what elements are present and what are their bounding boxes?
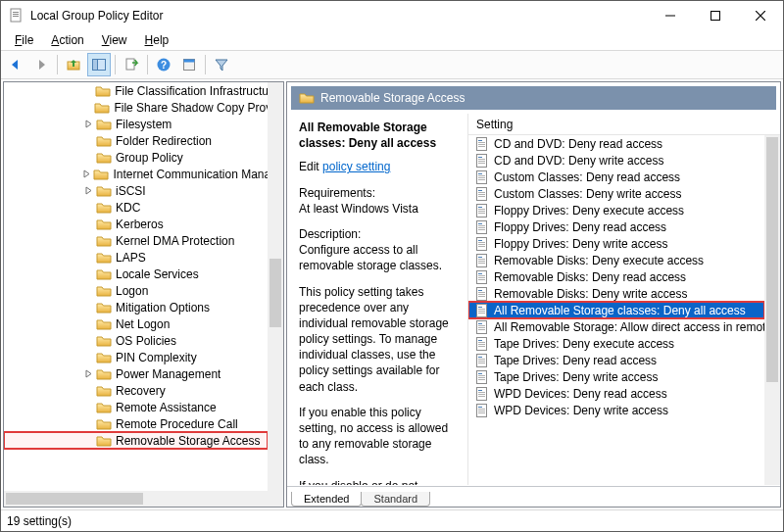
settings-list[interactable]: CD and DVD: Deny read accessCD and DVD: … [468, 135, 764, 485]
policy-list-item[interactable]: Tape Drives: Deny execute access [468, 335, 764, 352]
forward-button[interactable] [29, 53, 53, 76]
properties-button[interactable] [177, 53, 201, 76]
tree-item[interactable]: iSCSI [4, 182, 268, 199]
tab-extended[interactable]: Extended [291, 492, 362, 507]
tree-vscrollbar[interactable] [268, 82, 283, 491]
tree-item[interactable]: Logon [4, 282, 268, 299]
policy-label: Removable Disks: Deny write access [494, 287, 687, 301]
tree-item[interactable]: Removable Storage Access [4, 432, 268, 449]
policy-list-item[interactable]: Custom Classes: Deny write access [468, 185, 764, 202]
tree-item[interactable]: Filesystem [4, 116, 268, 132]
policy-list-item[interactable]: WPD Devices: Deny write access [468, 402, 764, 418]
tree-item[interactable]: Locale Services [4, 266, 268, 282]
policy-list-item[interactable]: Removable Disks: Deny read access [468, 268, 764, 285]
policy-list-item[interactable]: Floppy Drives: Deny write access [468, 235, 764, 252]
policy-label: CD and DVD: Deny read access [494, 137, 662, 151]
tree-item[interactable]: Recovery [4, 382, 268, 399]
tree-item[interactable]: Power Management [4, 365, 268, 382]
svg-rect-72 [478, 329, 485, 330]
svg-rect-96 [478, 411, 485, 411]
list-column-header[interactable]: Setting [468, 114, 780, 135]
menu-file[interactable]: File [7, 32, 41, 48]
policy-list-item[interactable]: Custom Classes: Deny read access [468, 169, 764, 185]
tree-item[interactable]: Internet Communication Management [4, 166, 268, 182]
tree-item[interactable]: Mitigation Options [4, 299, 268, 315]
tree-body[interactable]: File Classification InfrastructureFile S… [4, 82, 268, 491]
policy-icon [474, 286, 494, 302]
show-hide-tree-button[interactable] [87, 53, 111, 76]
tree-item-label: Removable Storage Access [116, 434, 260, 448]
policy-label: Floppy Drives: Deny read access [494, 220, 666, 234]
tree-item[interactable]: KDC [4, 199, 268, 216]
policy-label: CD and DVD: Deny write access [494, 154, 663, 168]
tree-item-label: Logon [116, 284, 148, 298]
tree-item[interactable]: File Share Shadow Copy Provider [4, 99, 268, 116]
up-button[interactable] [62, 53, 85, 76]
tree-item[interactable]: Remote Procedure Call [4, 415, 268, 432]
expand-twisty-icon[interactable] [82, 169, 91, 178]
export-button[interactable] [120, 53, 143, 76]
funnel-icon [214, 57, 229, 73]
policy-label: Floppy Drives: Deny execute access [494, 204, 684, 218]
minimize-button[interactable] [648, 1, 693, 30]
folder-icon [96, 433, 116, 449]
policy-list-item[interactable]: All Removable Storage: Allow direct acce… [468, 318, 764, 335]
close-button[interactable] [738, 1, 783, 30]
toolbar-sep [205, 55, 206, 74]
tree-item[interactable]: Folder Redirection [4, 132, 268, 149]
tree-item[interactable]: Remote Assistance [4, 399, 268, 415]
back-button[interactable] [4, 53, 27, 76]
expand-twisty-icon[interactable] [82, 369, 94, 378]
tree-item[interactable]: Kerberos [4, 216, 268, 232]
tree-item-label: Remote Assistance [116, 401, 217, 414]
policy-list-item[interactable]: Floppy Drives: Deny read access [468, 218, 764, 235]
folder-icon [96, 150, 116, 166]
svg-rect-55 [478, 275, 485, 276]
scroll-thumb[interactable] [270, 259, 281, 327]
svg-rect-62 [478, 296, 485, 297]
policy-list-item[interactable]: Removable Disks: Deny write access [468, 285, 764, 302]
svg-rect-57 [478, 279, 485, 280]
folder-icon [96, 316, 116, 332]
policy-list-item[interactable]: Floppy Drives: Deny execute access [468, 202, 764, 218]
tree-item-label: File Share Shadow Copy Provider [114, 101, 268, 115]
toolbar-sep [57, 55, 58, 74]
policy-list-item[interactable]: Tape Drives: Deny write access [468, 368, 764, 385]
tree-item[interactable]: Net Logon [4, 315, 268, 332]
scroll-thumb[interactable] [6, 493, 143, 505]
folder-icon [96, 200, 116, 216]
menu-action[interactable]: Action [43, 32, 91, 48]
expand-twisty-icon[interactable] [82, 186, 94, 195]
policy-list-item[interactable]: Removable Disks: Deny execute access [468, 252, 764, 268]
policy-list-item[interactable]: CD and DVD: Deny write access [468, 152, 764, 169]
tree-item[interactable]: Kernel DMA Protection [4, 232, 268, 249]
help-button[interactable]: ? [152, 53, 175, 76]
svg-rect-65 [478, 309, 485, 310]
svg-rect-66 [478, 311, 485, 312]
description-pane: All Removable Storage classes: Deny all … [291, 114, 467, 485]
svg-rect-45 [478, 242, 485, 243]
policy-list-item[interactable]: All Removable Storage classes: Deny all … [468, 302, 764, 318]
maximize-button[interactable] [693, 1, 738, 30]
tree-hscrollbar[interactable] [4, 491, 268, 507]
menu-help[interactable]: Help [137, 32, 177, 48]
list-vscrollbar[interactable] [764, 135, 780, 485]
tree-item[interactable]: OS Policies [4, 332, 268, 349]
svg-rect-74 [478, 340, 482, 341]
menu-view[interactable]: View [94, 32, 135, 48]
tree-item[interactable]: Group Policy [4, 149, 268, 166]
tab-standard[interactable]: Standard [361, 492, 430, 507]
tree-pane: File Classification InfrastructureFile S… [3, 81, 284, 508]
filter-button[interactable] [210, 53, 233, 76]
tree-item[interactable]: LAPS [4, 249, 268, 266]
tree-item-label: Recovery [116, 384, 166, 398]
policy-list-item[interactable]: WPD Devices: Deny read access [468, 385, 764, 402]
policy-list-item[interactable]: CD and DVD: Deny read access [468, 135, 764, 152]
policy-list-item[interactable]: Tape Drives: Deny read access [468, 352, 764, 368]
tree-item[interactable]: PIN Complexity [4, 349, 268, 365]
expand-twisty-icon[interactable] [82, 120, 94, 128]
scroll-thumb[interactable] [766, 137, 778, 382]
tree-item[interactable]: File Classification Infrastructure [4, 82, 268, 99]
svg-rect-2 [13, 14, 19, 15]
edit-policy-link[interactable]: policy setting [322, 160, 390, 173]
